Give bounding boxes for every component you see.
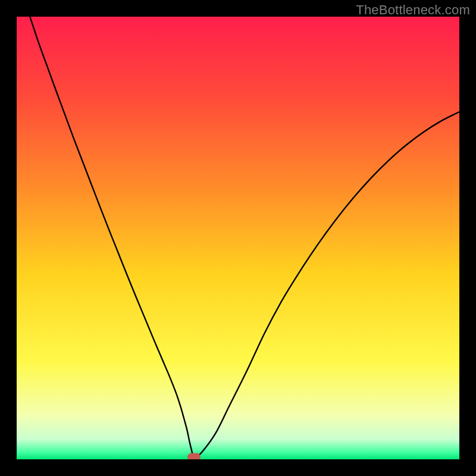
chart-frame: TheBottleneck.com (0, 0, 476, 476)
watermark-text: TheBottleneck.com (356, 2, 470, 18)
bottleneck-curve (30, 17, 459, 458)
curve-layer (17, 17, 459, 459)
plot-area (17, 17, 459, 459)
optimal-point-marker (187, 453, 201, 459)
